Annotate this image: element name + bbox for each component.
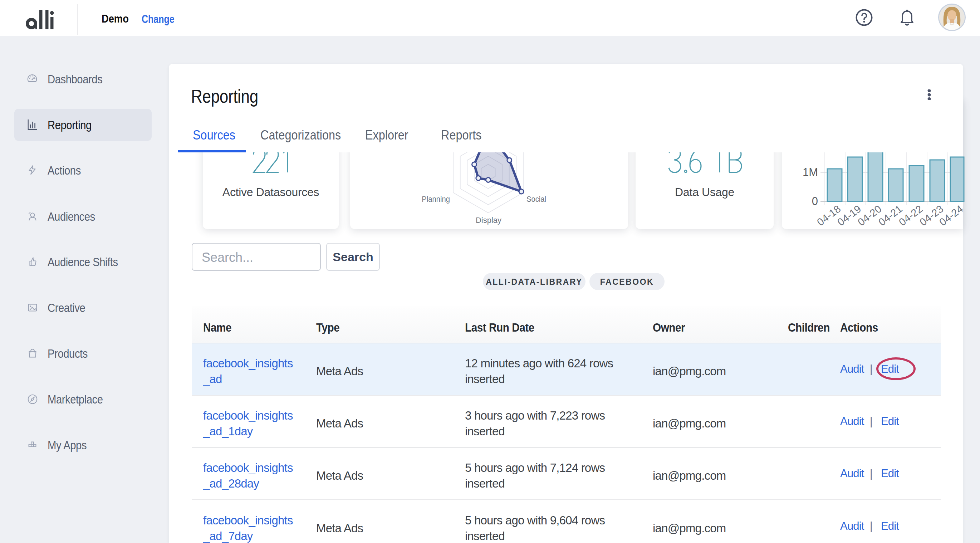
- svg-text:Planning: Planning: [422, 194, 450, 203]
- svg-text:04-19: 04-19: [835, 203, 863, 228]
- svg-text:04-18: 04-18: [815, 203, 843, 228]
- svg-text:0: 0: [812, 195, 818, 207]
- svg-text:Social: Social: [527, 194, 546, 203]
- svg-text:Display: Display: [476, 216, 501, 225]
- svg-text:04-22: 04-22: [897, 203, 924, 228]
- svg-text:04-21: 04-21: [876, 203, 904, 228]
- svg-text:1M: 1M: [803, 166, 818, 178]
- svg-text:04-20: 04-20: [856, 203, 883, 228]
